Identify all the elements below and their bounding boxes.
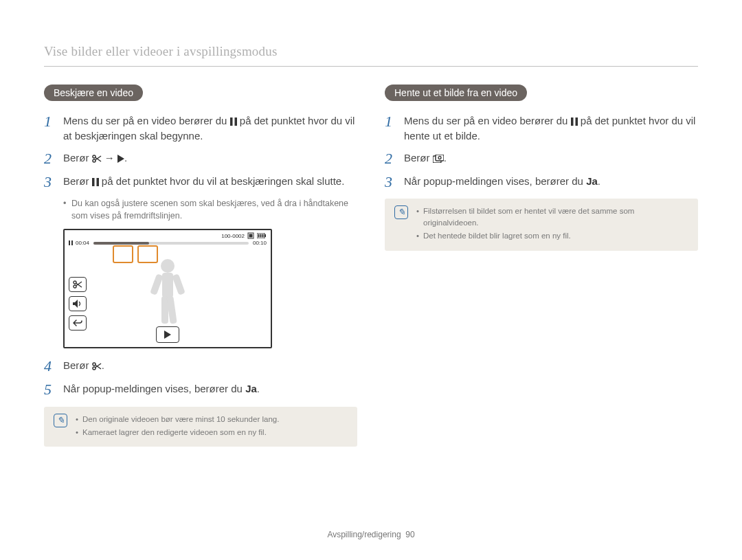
- step-text: Når popup-meldingen vises, berører du Ja…: [404, 174, 600, 189]
- pause-icon: [92, 178, 99, 186]
- svg-marker-28: [73, 300, 78, 308]
- text: .: [598, 175, 600, 187]
- text: Når popup-meldingen vises, berører du: [404, 175, 586, 187]
- svg-rect-34: [571, 117, 574, 126]
- text: Når popup-meldingen vises, berører du: [63, 383, 245, 394]
- svg-rect-15: [265, 234, 266, 237]
- step-text: Berør → .: [63, 150, 127, 166]
- step-number: 3: [385, 174, 404, 190]
- text: .: [257, 383, 260, 394]
- bold-text: Ja: [245, 383, 257, 394]
- svg-rect-12: [258, 234, 260, 238]
- info-note: ✎ Den originale videoen bør være minst 1…: [44, 407, 357, 447]
- right-column: Hente ut et bilde fra en video 1 Mens du…: [385, 85, 698, 447]
- step-number: 5: [44, 381, 63, 398]
- text: Berør: [63, 175, 92, 187]
- step-number: 2: [385, 150, 404, 167]
- step-text: Berør .: [404, 150, 447, 166]
- svg-rect-16: [69, 240, 70, 245]
- svg-rect-13: [260, 234, 262, 238]
- note-item: Kameraet lagrer den redigerte videoen so…: [76, 427, 279, 438]
- footer-section: Avspilling/redigering: [327, 530, 401, 539]
- text: Mens du ser på en video berører du: [63, 115, 230, 126]
- step-text: Berør .: [63, 358, 104, 373]
- text: .: [124, 152, 127, 164]
- text: på det punktet hvor du vil at beskjæring…: [99, 175, 345, 187]
- time-total: 00:10: [253, 240, 267, 246]
- video-editor-mock: 100-0002 00:04 00:10: [63, 229, 272, 348]
- svg-rect-7: [92, 178, 95, 186]
- pause-icon: [230, 117, 237, 126]
- progress-bar[interactable]: [93, 242, 249, 245]
- svg-rect-21: [172, 273, 186, 295]
- bold-text: Ja: [586, 175, 598, 187]
- sub-bullet: Du kan også justere scenen som skal besk…: [63, 197, 357, 222]
- step-number: 1: [44, 113, 63, 130]
- text: Mens du ser på en video berører du: [404, 115, 571, 126]
- pause-icon: [571, 117, 578, 126]
- info-icon: ✎: [394, 205, 408, 219]
- step-number: 4: [44, 358, 63, 374]
- footer-page-number: 90: [405, 530, 414, 539]
- trim-button[interactable]: [69, 277, 87, 292]
- step-number: 2: [44, 150, 63, 167]
- play-button[interactable]: [156, 326, 179, 343]
- heading-trim-video: Beskjære en video: [44, 85, 143, 101]
- battery-icon: [257, 233, 267, 238]
- text: .: [102, 359, 104, 371]
- note-item: Den originale videoen bør være minst 10 …: [76, 414, 279, 425]
- svg-rect-20: [150, 273, 164, 295]
- scissors-icon: [92, 155, 102, 163]
- step-number: 3: [44, 174, 63, 190]
- back-button[interactable]: [69, 315, 87, 331]
- svg-rect-37: [436, 155, 444, 161]
- heading-extract-image: Hente ut et bilde fra en video: [385, 85, 527, 101]
- time-current: 00:04: [76, 240, 89, 246]
- page-title: Vise bilder eller videoer i avspillingsm…: [44, 44, 698, 67]
- note-item: Det hentede bildet blir lagret som en ny…: [416, 230, 688, 242]
- left-steps: 1 Mens du ser på en video berører du på …: [44, 113, 357, 190]
- step-text: Når popup-meldingen vises, berører du Ja…: [63, 381, 260, 396]
- volume-button[interactable]: [69, 296, 87, 311]
- svg-marker-6: [117, 155, 124, 163]
- right-steps: 1 Mens du ser på en video berører du på …: [385, 113, 698, 190]
- left-column: Beskjære en video 1 Mens du ser på en vi…: [44, 85, 357, 447]
- svg-rect-19: [162, 273, 173, 298]
- step-text: Berør på det punktet hvor du vil at besk…: [63, 174, 344, 189]
- capture-image-icon: [433, 155, 444, 163]
- step-number: 1: [385, 113, 404, 130]
- scissors-icon: [92, 362, 102, 370]
- step-text: Mens du ser på en video berører du på de…: [63, 113, 357, 144]
- page-footer: Avspilling/redigering 90: [0, 530, 742, 539]
- text: .: [444, 152, 447, 164]
- note-item: Filstørrelsen til bildet som er hentet v…: [416, 205, 688, 229]
- video-preview-silhouette: [144, 256, 192, 332]
- svg-point-18: [161, 259, 175, 273]
- svg-rect-0: [230, 117, 233, 126]
- storage-icon: [247, 232, 254, 239]
- trim-handle-start[interactable]: [113, 245, 133, 263]
- pause-icon: [69, 240, 73, 245]
- left-steps-continued: 4 Berør . 5 Når popup-meldingen vises, b…: [44, 358, 357, 398]
- info-icon: ✎: [54, 414, 67, 427]
- svg-rect-14: [262, 234, 264, 238]
- text: Berør: [404, 152, 433, 164]
- arrow-text: →: [102, 152, 117, 164]
- step-text: Mens du ser på en video berører du på de…: [404, 113, 698, 144]
- svg-marker-29: [164, 331, 171, 339]
- info-note: ✎ Filstørrelsen til bildet som er hentet…: [385, 199, 698, 251]
- file-number-label: 100-0002: [221, 233, 245, 239]
- sub-bullets: Du kan også justere scenen som skal besk…: [63, 197, 357, 222]
- play-icon: [117, 155, 124, 163]
- text: Berør: [63, 152, 92, 164]
- text: Berør: [63, 359, 92, 371]
- svg-rect-10: [249, 234, 253, 238]
- svg-rect-17: [71, 240, 73, 245]
